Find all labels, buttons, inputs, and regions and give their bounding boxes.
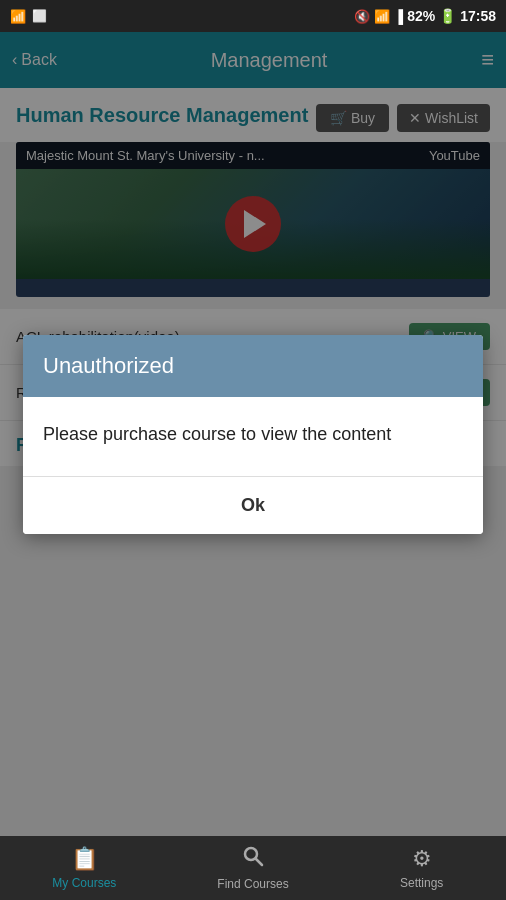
modal-overlay: Unauthorized Please purchase course to v…	[0, 32, 506, 836]
modal-footer: Ok	[23, 476, 483, 534]
status-left-icons: 📶 ⬜	[10, 9, 47, 24]
battery-percent: 82%	[407, 8, 435, 24]
wifi-icon: 📶	[374, 9, 390, 24]
settings-label: Settings	[400, 876, 443, 890]
modal-header: Unauthorized	[23, 335, 483, 397]
bottom-nav: 📋 My Courses Find Courses ⚙ Settings	[0, 836, 506, 900]
nav-find-courses[interactable]: Find Courses	[169, 836, 338, 900]
nav-settings[interactable]: ⚙ Settings	[337, 836, 506, 900]
settings-icon: ⚙	[412, 846, 432, 872]
modal-dialog: Unauthorized Please purchase course to v…	[23, 335, 483, 534]
mute-icon: 🔇	[354, 9, 370, 24]
my-courses-icon: 📋	[71, 846, 98, 872]
status-right-info: 🔇 📶 ▐ 82% 🔋 17:58	[354, 8, 496, 24]
ok-button[interactable]: Ok	[23, 477, 483, 534]
nav-my-courses[interactable]: 📋 My Courses	[0, 836, 169, 900]
signal-icon: ▐	[394, 9, 403, 24]
find-courses-icon	[242, 845, 264, 873]
battery-icon: 🔋	[439, 8, 456, 24]
modal-body: Please purchase course to view the conte…	[23, 397, 483, 476]
modal-title: Unauthorized	[43, 353, 174, 378]
status-bar: 📶 ⬜ 🔇 📶 ▐ 82% 🔋 17:58	[0, 0, 506, 32]
modal-message: Please purchase course to view the conte…	[43, 421, 463, 448]
find-courses-label: Find Courses	[217, 877, 288, 891]
sim-icon: 📶	[10, 9, 26, 24]
screenshot-icon: ⬜	[32, 9, 47, 23]
svg-line-1	[256, 859, 262, 865]
clock: 17:58	[460, 8, 496, 24]
my-courses-label: My Courses	[52, 876, 116, 890]
